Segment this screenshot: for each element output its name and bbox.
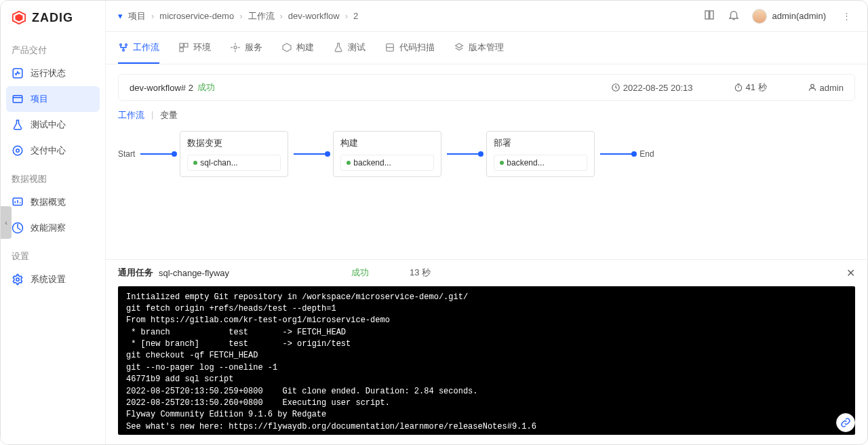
kebab-icon[interactable]: ⋮ (838, 11, 855, 21)
sidebar-item-label: 效能洞察 (31, 222, 66, 234)
status-dot-icon (500, 161, 504, 165)
sidebar-item-label: 测试中心 (31, 119, 66, 131)
test-icon (333, 42, 344, 53)
scan-icon (384, 42, 395, 53)
svg-rect-2 (13, 69, 22, 78)
stage-data-change[interactable]: 数据变更 sql-chan... (180, 131, 288, 177)
pipeline-connector (600, 153, 634, 155)
task-type-label: 通用任务 (118, 267, 153, 279)
chevron-down-icon[interactable]: ▾ (118, 11, 123, 21)
main: ▾ 项目› microservice-demo› 工作流› dev-workfl… (106, 1, 867, 444)
stage-item[interactable]: backend... (494, 155, 587, 171)
insight-icon (12, 222, 24, 234)
project-icon (12, 93, 24, 105)
pipeline-connector (294, 153, 328, 155)
breadcrumb: ▾ 项目› microservice-demo› 工作流› dev-workfl… (118, 10, 358, 22)
breadcrumb-item: 2 (353, 11, 358, 21)
user-menu[interactable]: admin(admin) (752, 9, 826, 24)
svg-point-4 (13, 146, 22, 155)
svg-marker-15 (283, 43, 291, 52)
close-icon[interactable]: ✕ (846, 267, 855, 279)
svg-rect-11 (180, 43, 183, 47)
logo[interactable]: ZADIG (1, 1, 105, 35)
breadcrumb-item[interactable]: 项目 (128, 10, 146, 22)
avatar (752, 9, 767, 24)
workflow-run-name: dev-workflow# 2 (130, 83, 193, 93)
svg-point-8 (120, 43, 122, 45)
user-name: admin(admin) (772, 11, 826, 21)
brand-text: ZADIG (32, 11, 73, 25)
sidebar-item-delivery-center[interactable]: 交付中心 (1, 138, 105, 163)
sidebar-item-insight[interactable]: 效能洞察 (1, 215, 105, 241)
pipeline-start: Start (118, 149, 135, 159)
env-icon (178, 42, 189, 53)
svg-point-7 (16, 278, 20, 282)
tab-version[interactable]: 版本管理 (454, 32, 504, 64)
stage-item[interactable]: backend... (340, 155, 434, 171)
sidebar-item-label: 交付中心 (31, 144, 66, 157)
activity-icon (12, 67, 24, 79)
delivery-icon (12, 144, 24, 157)
pipeline: Start 数据变更 sql-chan... 构建 backend... 部署 … (118, 127, 855, 185)
sidebar-item-project[interactable]: 项目 (6, 86, 100, 112)
run-timestamp: 2022-08-25 20:13 (611, 83, 693, 93)
svg-point-14 (234, 46, 237, 49)
svg-marker-1 (16, 14, 23, 22)
tab-build[interactable]: 构建 (281, 32, 314, 64)
sidebar-item-test-center[interactable]: 测试中心 (1, 112, 105, 138)
tab-test[interactable]: 测试 (333, 32, 366, 64)
summary-card: dev-workflow# 2 成功 2022-08-25 20:13 41 秒… (118, 74, 855, 101)
breadcrumb-item[interactable]: dev-workflow (288, 11, 340, 21)
run-creator: admin (808, 83, 844, 93)
tab-env[interactable]: 环境 (178, 32, 211, 64)
sidebar-collapse-handle[interactable]: ‹ (1, 206, 12, 239)
version-icon (454, 42, 465, 53)
svg-rect-13 (180, 47, 183, 51)
task-name: sql-change-flyway (159, 268, 229, 278)
flask-icon (12, 119, 24, 131)
logo-icon (12, 10, 26, 25)
stage-item[interactable]: sql-chan... (187, 155, 281, 171)
link-fab[interactable] (836, 413, 855, 432)
overview-icon (12, 196, 24, 208)
breadcrumb-item[interactable]: 工作流 (248, 10, 275, 22)
status-dot-icon (193, 161, 197, 165)
task-duration: 13 秒 (410, 267, 431, 279)
sidebar: ZADIG 产品交付 运行状态 项目 测试中心 交付中心 数据视图 (1, 1, 106, 444)
pipeline-connector (447, 153, 481, 155)
tab-scan[interactable]: 代码扫描 (384, 32, 435, 64)
task-panel: 通用任务 sql-change-flyway 成功 13 秒 ✕ Initial… (106, 259, 867, 445)
subtab-workflow[interactable]: 工作流 (118, 109, 144, 121)
stage-deploy[interactable]: 部署 backend... (486, 131, 595, 177)
status-badge: 成功 (197, 81, 215, 94)
task-header: 通用任务 sql-change-flyway 成功 13 秒 ✕ (106, 260, 867, 286)
side-section-title: 设置 (1, 241, 105, 267)
sidebar-item-status[interactable]: 运行状态 (1, 60, 105, 86)
pipeline-connector (140, 153, 174, 155)
breadcrumb-item[interactable]: microservice-demo (159, 11, 234, 21)
sidebar-item-data-overview[interactable]: 数据概览 (1, 189, 105, 215)
console-log[interactable]: Initialized empty Git repository in /wor… (118, 286, 855, 436)
side-section-title: 产品交付 (1, 35, 105, 60)
tab-service[interactable]: 服务 (230, 32, 262, 64)
bell-icon[interactable] (728, 9, 740, 23)
service-icon (230, 42, 241, 53)
sidebar-item-label: 运行状态 (31, 67, 66, 79)
stage-build[interactable]: 构建 backend... (333, 131, 441, 177)
sidebar-item-label: 数据概览 (31, 196, 66, 208)
docs-icon[interactable] (703, 9, 715, 23)
gear-icon (12, 273, 24, 286)
tab-workflow[interactable]: 工作流 (118, 32, 159, 64)
side-section-title: 数据视图 (1, 163, 105, 189)
sidebar-item-system-settings[interactable]: 系统设置 (1, 267, 105, 292)
subtab-vars[interactable]: 变量 (160, 109, 178, 121)
svg-point-19 (810, 84, 814, 88)
status-dot-icon (347, 161, 351, 165)
subtabs: 工作流 | 变量 (118, 101, 855, 127)
content: dev-workflow# 2 成功 2022-08-25 20:13 41 秒… (106, 64, 867, 259)
top-icons: admin(admin) ⋮ (703, 9, 855, 24)
side-section-delivery: 产品交付 运行状态 项目 测试中心 交付中心 (1, 35, 105, 163)
pipeline-end: End (639, 149, 654, 159)
run-duration: 41 秒 (734, 81, 767, 94)
workflow-icon (118, 42, 129, 53)
